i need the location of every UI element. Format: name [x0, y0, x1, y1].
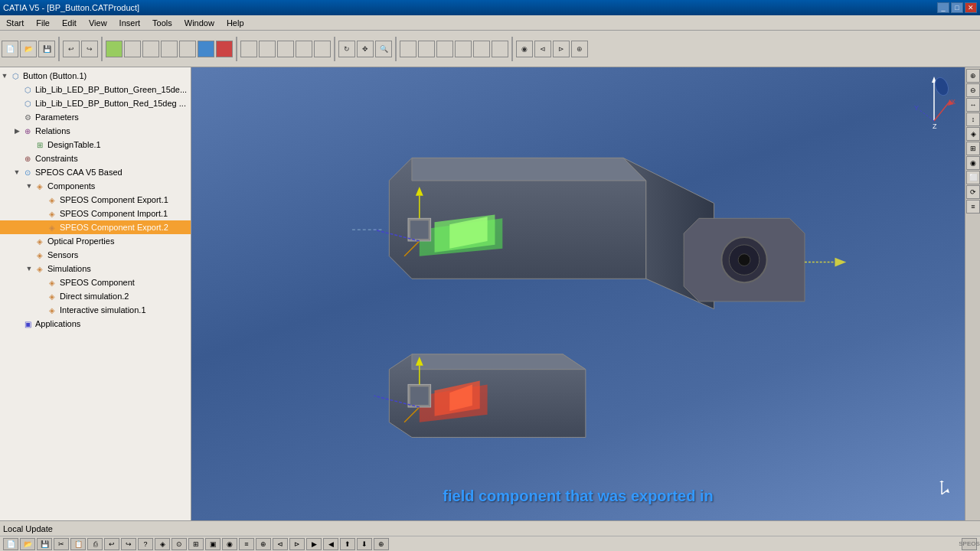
right-btn-6[interactable]: ⊞	[966, 142, 980, 155]
tree-item-simulations[interactable]: ▼◈Simulations	[0, 262, 191, 276]
bottom-btn-12[interactable]: ⊞	[188, 538, 204, 550]
bottom-btn-14[interactable]: ◉	[222, 538, 237, 550]
tree-expander[interactable]	[12, 319, 21, 328]
right-btn-1[interactable]: ⊕	[966, 69, 980, 83]
toolbar-btn6[interactable]	[161, 41, 178, 57]
bottom-btn-3[interactable]: 💾	[37, 538, 52, 550]
tree-item-speos-component[interactable]: ◈SPEOS Component	[0, 276, 191, 289]
toolbar-btn23[interactable]: ⊳	[553, 41, 570, 57]
right-btn-10[interactable]: ≡	[966, 200, 980, 214]
tree-expander[interactable]: ▼	[24, 264, 34, 273]
tree-item-constraints[interactable]: ⊕Constraints	[0, 152, 191, 165]
toolbar-open[interactable]: 📂	[20, 41, 37, 57]
toolbar-btn3[interactable]	[106, 41, 122, 57]
toolbar-rotate[interactable]: ↻	[338, 41, 355, 57]
tree-expander[interactable]	[24, 140, 34, 149]
tree-expander[interactable]	[24, 236, 34, 246]
toolbar-undo[interactable]: ↩	[63, 41, 80, 57]
bottom-btn-16[interactable]: ⊕	[256, 538, 271, 550]
right-btn-7[interactable]: ◉	[966, 156, 980, 170]
toolbar-zoom[interactable]: 🔍	[375, 41, 392, 57]
toolbar-btn8[interactable]	[198, 41, 214, 57]
tree-item-parameters[interactable]: ⚙Parameters	[0, 110, 191, 124]
tree-item-import1[interactable]: ◈SPEOS Component Import.1	[0, 207, 191, 220]
menu-tools[interactable]: Tools	[146, 17, 178, 29]
toolbar-btn20[interactable]	[492, 41, 508, 57]
toolbar-btn5[interactable]	[142, 41, 159, 57]
right-btn-5[interactable]: ◈	[966, 127, 980, 141]
tree-item-relations[interactable]: ▶⊕Relations	[0, 124, 191, 138]
tree-item-applications[interactable]: ▣Applications	[0, 317, 191, 331]
bottom-btn-2[interactable]: 📂	[20, 538, 35, 550]
tree-expander[interactable]	[12, 85, 21, 94]
bottom-btn-5[interactable]: 📋	[70, 538, 86, 550]
bottom-btn-17[interactable]: ⊲	[273, 538, 288, 550]
toolbar-btn17[interactable]	[436, 41, 453, 57]
tree-item-components[interactable]: ▼◈Components	[0, 179, 191, 193]
tree-item-optical[interactable]: ◈Optical Properties	[0, 234, 191, 248]
toolbar-btn16[interactable]	[418, 41, 435, 57]
tree-item-export2[interactable]: ◈SPEOS Component Export.2	[0, 220, 191, 234]
tree-expander[interactable]	[24, 250, 34, 259]
menu-window[interactable]: Window	[178, 17, 220, 29]
menu-file[interactable]: File	[30, 17, 56, 29]
tree-item-speos-caa[interactable]: ▼⊙SPEOS CAA V5 Based	[0, 165, 191, 179]
toolbar-pan[interactable]: ✥	[357, 41, 374, 57]
tree-expander[interactable]	[37, 209, 46, 218]
toolbar-new[interactable]: 📄	[2, 41, 18, 57]
right-btn-2[interactable]: ⊖	[966, 83, 980, 97]
tree-item-sensors[interactable]: ◈Sensors	[0, 248, 191, 262]
tree-item-direct-sim2[interactable]: ◈Direct simulation.2	[0, 289, 191, 303]
toolbar-btn11[interactable]	[259, 41, 276, 57]
menu-view[interactable]: View	[83, 17, 113, 29]
toolbar-btn24[interactable]: ⊕	[571, 41, 588, 57]
tree-expander[interactable]	[12, 99, 21, 108]
bottom-btn-10[interactable]: ◈	[155, 538, 170, 550]
bottom-btn-19[interactable]: ▶	[306, 538, 322, 550]
tree-item-lib-green[interactable]: ⬡Lib_Lib_LED_BP_Button_Green_15de...	[0, 83, 191, 96]
toolbar-btn19[interactable]	[473, 41, 490, 57]
tree-expander[interactable]	[37, 305, 46, 315]
close-button[interactable]: ✕	[965, 2, 977, 13]
tree-item-button[interactable]: ▼⬡Button (Button.1)	[0, 69, 191, 83]
tree-item-export1[interactable]: ◈SPEOS Component Export.1	[0, 193, 191, 207]
bottom-btn-20[interactable]: ◀	[323, 538, 338, 550]
menu-edit[interactable]: Edit	[56, 17, 83, 29]
bottom-btn-15[interactable]: ≡	[239, 538, 254, 550]
bottom-btn-1[interactable]: 📄	[3, 538, 18, 550]
tree-expander[interactable]	[37, 195, 46, 204]
right-btn-4[interactable]: ↕	[966, 112, 980, 126]
bottom-btn-23[interactable]: ⊕	[374, 538, 389, 550]
viewport[interactable]: Z X Y field component that was exported …	[191, 67, 965, 520]
minimize-button[interactable]: _	[937, 2, 949, 13]
toolbar-btn15[interactable]	[400, 41, 416, 57]
tree-expander[interactable]	[12, 112, 21, 122]
tree-item-interactive-sim1[interactable]: ◈Interactive simulation.1	[0, 303, 191, 317]
toolbar-btn22[interactable]: ⊲	[534, 41, 551, 57]
right-btn-8[interactable]: ⬜	[966, 171, 980, 184]
bottom-btn-21[interactable]: ⬆	[340, 538, 355, 550]
right-btn-9[interactable]: ⟳	[966, 185, 980, 199]
bottom-btn-11[interactable]: ⊙	[172, 538, 187, 550]
tree-item-lib-red[interactable]: ⬡Lib_Lib_LED_BP_Button_Red_15deg ...	[0, 96, 191, 110]
menu-help[interactable]: Help	[220, 17, 250, 29]
bottom-btn-22[interactable]: ⬇	[357, 538, 372, 550]
bottom-btn-6[interactable]: ⎙	[87, 538, 103, 550]
right-btn-3[interactable]: ↔	[966, 98, 980, 112]
toolbar-btn12[interactable]	[277, 41, 294, 57]
maximize-button[interactable]: □	[951, 2, 963, 13]
bottom-btn-18[interactable]: ⊳	[289, 538, 305, 550]
tree-expander[interactable]	[37, 292, 46, 301]
toolbar-btn18[interactable]	[455, 41, 472, 57]
bottom-btn-8[interactable]: ↪	[121, 538, 136, 550]
toolbar-btn9[interactable]	[216, 41, 233, 57]
toolbar-btn10[interactable]	[240, 41, 257, 57]
toolbar-btn13[interactable]	[296, 41, 312, 57]
bottom-btn-4[interactable]: ✂	[54, 538, 69, 550]
tree-expander[interactable]: ▶	[12, 126, 21, 135]
menu-start[interactable]: Start	[0, 17, 30, 29]
toolbar-btn21[interactable]: ◉	[516, 41, 533, 57]
tree-expander[interactable]	[12, 154, 21, 163]
tree-expander[interactable]: ▼	[12, 168, 21, 177]
toolbar-save[interactable]: 💾	[38, 41, 55, 57]
